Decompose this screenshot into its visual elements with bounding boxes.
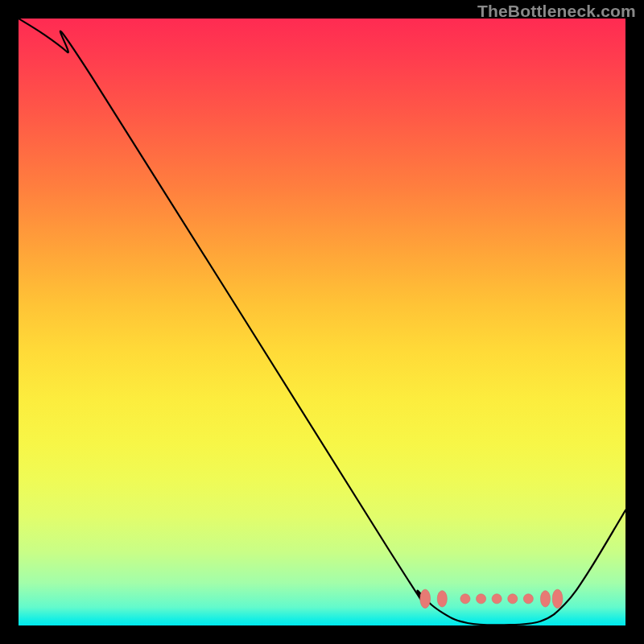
bottleneck-curve (19, 19, 625, 625)
basin-marker (540, 591, 550, 607)
chart-stage: TheBottleneck.com (0, 0, 644, 644)
basin-marker (477, 594, 486, 604)
basin-markers (420, 589, 563, 608)
plot-area (19, 19, 625, 625)
basin-marker (460, 594, 470, 604)
bottleneck-curve-svg (19, 19, 625, 625)
basin-marker (437, 591, 447, 607)
basin-marker (552, 589, 563, 608)
basin-marker (523, 594, 533, 604)
basin-marker (492, 594, 502, 604)
watermark-text: TheBottleneck.com (477, 2, 636, 21)
basin-marker (420, 589, 431, 608)
basin-marker (508, 594, 518, 604)
